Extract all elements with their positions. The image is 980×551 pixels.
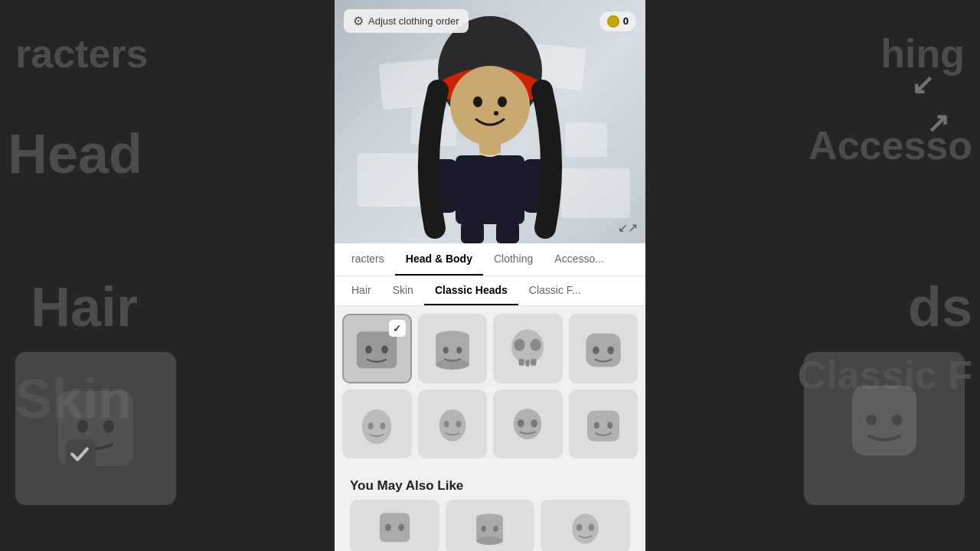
- svg-point-37: [368, 422, 374, 429]
- items-area: ✓: [335, 306, 645, 551]
- list-item[interactable]: [418, 390, 488, 459]
- list-item[interactable]: [350, 500, 439, 551]
- bg-arrow-out: ↗: [926, 107, 949, 139]
- sub-tabs: Hair Skin Classic Heads Classic F...: [335, 276, 645, 306]
- svg-rect-17: [461, 222, 484, 243]
- svg-point-28: [514, 339, 525, 351]
- list-item[interactable]: [342, 390, 412, 459]
- bg-left: racters Head Hair Skin: [0, 0, 337, 551]
- adjust-clothing-label: Adjust clothing order: [368, 15, 459, 27]
- svg-point-53: [477, 536, 504, 545]
- list-item[interactable]: [493, 314, 563, 383]
- svg-point-26: [456, 347, 462, 354]
- svg-point-41: [456, 420, 461, 427]
- svg-point-54: [482, 525, 486, 531]
- svg-rect-4: [852, 386, 916, 455]
- bg-text-hair: Hair: [31, 276, 138, 338]
- svg-point-12: [494, 111, 498, 116]
- items-grid: ✓: [342, 314, 638, 458]
- tab-clothing[interactable]: Clothing: [483, 243, 544, 276]
- svg-point-56: [572, 514, 599, 543]
- avatar-preview: ⚙ Adjust clothing order 0: [335, 0, 645, 243]
- svg-rect-18: [496, 222, 519, 243]
- svg-rect-48: [380, 513, 410, 542]
- svg-point-40: [443, 420, 449, 427]
- svg-point-55: [494, 525, 498, 531]
- sub-tab-classic-heads[interactable]: Classic Heads: [424, 276, 518, 305]
- sub-tab-hair[interactable]: Hair: [341, 276, 382, 305]
- svg-point-43: [518, 419, 524, 428]
- list-item[interactable]: ✓: [342, 314, 412, 383]
- svg-rect-30: [519, 359, 524, 366]
- bg-text-head: Head: [8, 122, 142, 185]
- svg-point-6: [892, 415, 903, 425]
- svg-rect-45: [587, 410, 619, 441]
- svg-point-2: [103, 420, 114, 433]
- tab-head-body[interactable]: Head & Body: [395, 243, 483, 276]
- you-may-also-like-section: You May Also Like: [342, 469, 638, 551]
- sliders-icon: ⚙: [353, 14, 364, 28]
- svg-point-5: [866, 415, 877, 425]
- bg-block-5: [565, 122, 607, 157]
- svg-point-35: [607, 347, 614, 355]
- bg-block-6: [561, 168, 630, 218]
- svg-point-10: [473, 96, 482, 107]
- svg-point-34: [593, 347, 599, 355]
- bg-arrow-in: ↙: [911, 69, 934, 101]
- also-like-title: You May Also Like: [350, 478, 630, 494]
- svg-point-50: [398, 523, 404, 530]
- bg-head-left: [15, 352, 176, 505]
- svg-rect-31: [526, 360, 530, 367]
- svg-point-49: [385, 523, 391, 530]
- adjust-clothing-button[interactable]: ⚙ Adjust clothing order: [344, 9, 469, 33]
- bg-right: hing Accesso ds Classic F ↙ ↗: [643, 0, 980, 551]
- selected-check-badge: ✓: [389, 320, 406, 337]
- list-item[interactable]: [493, 390, 563, 459]
- top-bar: ⚙ Adjust clothing order 0: [335, 9, 645, 33]
- svg-point-46: [594, 422, 599, 429]
- sub-tab-skin[interactable]: Skin: [382, 276, 424, 305]
- svg-point-21: [381, 346, 388, 354]
- robux-coin-icon: [607, 15, 619, 28]
- list-item[interactable]: [569, 390, 639, 459]
- svg-point-9: [450, 66, 530, 145]
- svg-point-47: [607, 422, 612, 429]
- center-panel: ⚙ Adjust clothing order 0: [335, 0, 645, 551]
- bg-text-characters: racters: [15, 31, 148, 77]
- svg-point-29: [531, 339, 541, 351]
- svg-point-44: [531, 419, 538, 428]
- list-item[interactable]: [418, 314, 488, 383]
- avatar-character: [413, 6, 567, 243]
- list-item[interactable]: [541, 500, 630, 551]
- robux-badge: 0: [599, 11, 636, 31]
- svg-point-57: [577, 523, 583, 530]
- list-item[interactable]: [569, 314, 639, 383]
- svg-point-20: [365, 346, 372, 354]
- bg-head-right: [804, 352, 965, 505]
- svg-point-11: [498, 96, 507, 107]
- svg-rect-14: [456, 155, 524, 224]
- bg-text-ds: ds: [908, 276, 972, 338]
- svg-point-39: [439, 409, 466, 442]
- tab-accessories[interactable]: Accesso...: [544, 243, 615, 276]
- expand-icon[interactable]: ↙↗: [618, 220, 638, 236]
- svg-point-36: [362, 409, 392, 445]
- also-like-grid: [350, 500, 630, 551]
- svg-point-1: [77, 420, 88, 433]
- sub-tab-classic-f[interactable]: Classic F...: [518, 276, 592, 305]
- svg-rect-32: [531, 359, 537, 366]
- list-item[interactable]: [446, 500, 535, 551]
- main-nav-tabs: racters Head & Body Clothing Accesso...: [335, 243, 645, 276]
- svg-point-58: [589, 523, 595, 530]
- svg-point-25: [443, 347, 449, 354]
- tab-characters[interactable]: racters: [341, 243, 395, 276]
- svg-point-38: [381, 422, 386, 429]
- robux-count: 0: [623, 15, 629, 27]
